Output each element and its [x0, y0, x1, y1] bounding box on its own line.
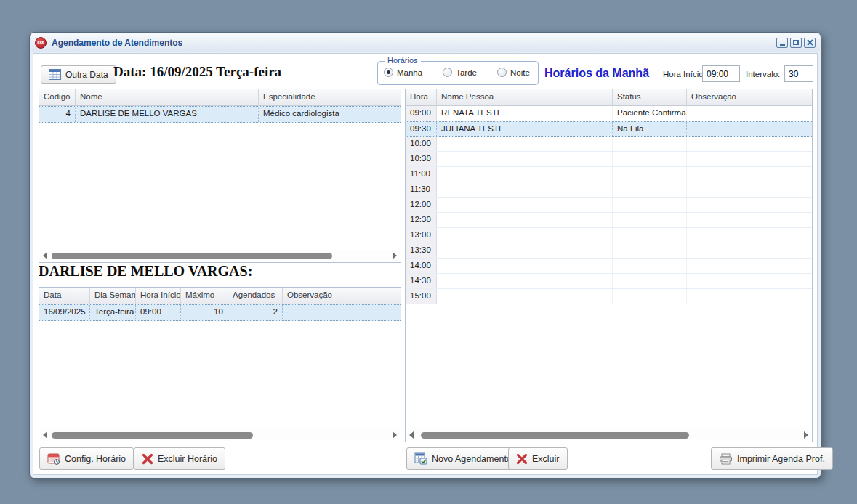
- intervalo-input[interactable]: [784, 65, 813, 82]
- period-radio-tarde[interactable]: Tarde: [443, 68, 477, 77]
- imprimir-agenda-button[interactable]: Imprimir Agenda Prof.: [711, 447, 833, 470]
- table-row[interactable]: 15:00: [406, 289, 812, 304]
- scroll-right-arrow[interactable]: [804, 431, 808, 439]
- scroll-right-arrow[interactable]: [393, 252, 397, 259]
- appointments-table-header: HoraNome PessoaStatusObservação: [406, 89, 812, 106]
- table-row[interactable]: 12:30: [406, 213, 812, 228]
- scroll-thumb[interactable]: [421, 432, 689, 439]
- column-header[interactable]: Dia Semana: [90, 288, 136, 304]
- minimize-button[interactable]: [776, 38, 788, 48]
- column-header[interactable]: Especialidade: [259, 89, 401, 105]
- column-header[interactable]: Máximo: [181, 288, 228, 304]
- column-header[interactable]: Agendados: [228, 288, 283, 304]
- column-header[interactable]: Nome Pessoa: [437, 89, 613, 105]
- radio-label: Tarde: [456, 68, 477, 77]
- printer-icon: [719, 453, 733, 465]
- cell: 4: [39, 107, 76, 122]
- table-row[interactable]: 10:30: [406, 152, 812, 167]
- scroll-left-arrow[interactable]: [43, 431, 47, 439]
- red-x-icon: [516, 453, 528, 465]
- excluir-button[interactable]: Excluir: [508, 447, 568, 470]
- period-radio-noite[interactable]: Noite: [497, 68, 530, 77]
- table-row[interactable]: 4DARLISE DE MELLO VARGASMédico cardiolog…: [39, 106, 401, 123]
- schedule-table-body: 16/09/2025Terça-feira09:00102: [39, 304, 401, 321]
- table-row[interactable]: 12:00: [406, 198, 812, 213]
- minimize-icon: [780, 44, 785, 46]
- professionals-table-header: CódigoNomeEspecialidade: [39, 89, 401, 106]
- cell: 14:30: [406, 274, 437, 288]
- config-horario-button[interactable]: Config. Horário: [39, 447, 134, 470]
- cell: [437, 213, 613, 227]
- hora-inicio-input[interactable]: [702, 65, 740, 82]
- period-radio-manhã[interactable]: Manhã: [384, 68, 422, 77]
- table-row[interactable]: 13:00: [406, 228, 812, 243]
- scroll-thumb[interactable]: [52, 432, 253, 439]
- column-header[interactable]: Código: [39, 89, 76, 105]
- cell: [687, 259, 812, 273]
- appointments-hscrollbar[interactable]: [406, 429, 811, 441]
- column-header[interactable]: Data: [39, 288, 90, 304]
- scroll-right-arrow[interactable]: [393, 431, 397, 439]
- professionals-hscrollbar[interactable]: [40, 250, 400, 261]
- maximize-button[interactable]: [790, 38, 802, 48]
- cell: [613, 198, 687, 212]
- table-row[interactable]: 09:00RENATA TESTEPaciente Confirmado: [406, 106, 812, 121]
- novo-agendamento-label: Novo Agendamento: [432, 454, 512, 464]
- scroll-left-arrow[interactable]: [43, 252, 47, 259]
- outra-data-button[interactable]: Outra Data: [41, 65, 116, 84]
- table-row[interactable]: 14:30: [406, 274, 812, 289]
- imprimir-agenda-label: Imprimir Agenda Prof.: [737, 454, 825, 464]
- table-row[interactable]: 16/09/2025Terça-feira09:00102: [39, 304, 401, 321]
- cell: RENATA TESTE: [437, 106, 613, 121]
- cell: [437, 259, 613, 273]
- cell: [437, 243, 613, 258]
- column-header[interactable]: Observação: [687, 89, 812, 105]
- red-x-icon: [142, 453, 153, 465]
- schedule-table: DataDia SemanaHora InícioMáximoAgendados…: [39, 287, 401, 442]
- column-header[interactable]: Hora: [406, 89, 437, 105]
- window-title: Agendamento de Atendimentos: [52, 38, 182, 48]
- cell: 2: [228, 305, 283, 320]
- cell: [687, 274, 812, 288]
- cell: 11:00: [406, 167, 437, 182]
- cell: [613, 228, 687, 243]
- horarios-groupbox: Horários ManhãTardeNoite: [377, 61, 539, 85]
- cell: 11:30: [406, 182, 437, 197]
- cell: Na Fila: [613, 122, 687, 136]
- cell: 09:00: [136, 305, 181, 320]
- column-header[interactable]: Observação: [283, 288, 401, 304]
- cell: 12:30: [406, 213, 437, 227]
- maximize-icon: [793, 40, 799, 45]
- config-horario-label: Config. Horário: [65, 454, 126, 464]
- cell: [437, 289, 613, 304]
- cell: 13:30: [406, 243, 437, 258]
- cell: 10: [181, 305, 228, 320]
- excluir-horario-button[interactable]: Excluir Horário: [134, 447, 225, 470]
- table-row[interactable]: 11:30: [406, 182, 812, 198]
- column-header[interactable]: Status: [613, 89, 687, 105]
- scroll-left-arrow[interactable]: [409, 431, 414, 439]
- column-header[interactable]: Hora Início: [136, 288, 181, 304]
- close-button[interactable]: [804, 38, 816, 48]
- novo-agendamento-button[interactable]: Novo Agendamento: [406, 447, 520, 470]
- scroll-thumb[interactable]: [52, 253, 332, 259]
- excluir-horario-label: Excluir Horário: [158, 454, 217, 464]
- hora-inicio-label: Hora Início:: [663, 70, 706, 78]
- cell: 15:00: [406, 289, 437, 304]
- table-row[interactable]: 14:00: [406, 259, 812, 274]
- radio-label: Manhã: [397, 68, 422, 77]
- cell: 10:30: [406, 152, 437, 166]
- titlebar: DX Agendamento de Atendimentos: [31, 33, 820, 52]
- table-row[interactable]: 09:30JULIANA TESTENa Fila: [406, 121, 812, 137]
- table-row[interactable]: 11:00: [406, 167, 812, 182]
- table-row[interactable]: 13:30: [406, 243, 812, 259]
- schedule-hscrollbar[interactable]: [40, 429, 400, 441]
- app-logo-icon: DX: [35, 37, 47, 49]
- schedule-table-header: DataDia SemanaHora InícioMáximoAgendados…: [39, 288, 401, 304]
- radio-icon: [443, 68, 452, 77]
- cell: [687, 213, 812, 227]
- cell: [687, 182, 812, 197]
- radio-icon: [497, 68, 507, 77]
- column-header[interactable]: Nome: [76, 89, 259, 105]
- table-row[interactable]: 10:00: [406, 137, 812, 152]
